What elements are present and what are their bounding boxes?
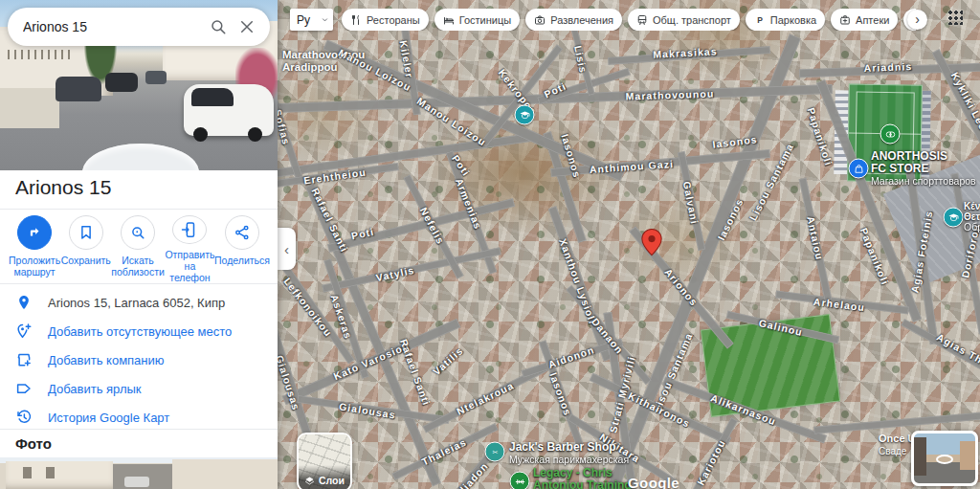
chip-parking[interactable]: PПарковка (746, 9, 825, 31)
detail-history[interactable]: История Google Карт (0, 403, 278, 432)
photo-building (6, 461, 113, 489)
category-chips: РестораныГостиницыРазвлеченияОбщ. трансп… (342, 9, 916, 31)
chip-transit[interactable]: Общ. транспорт (628, 9, 740, 31)
destination-marker[interactable] (641, 228, 662, 260)
detail-add-business[interactable]: Добавить компанию (0, 345, 278, 374)
search-input[interactable] (21, 18, 199, 35)
chip-pharmacy[interactable]: Аптеки (831, 9, 898, 31)
street-label: Ariadnis (863, 60, 912, 74)
poi-label[interactable]: ΚένΘετОбр (964, 201, 980, 233)
parking-icon: P (754, 14, 766, 26)
place-icon (15, 294, 33, 311)
chip-attractions[interactable]: Развлечения (525, 9, 622, 31)
add-label-icon (15, 380, 33, 397)
history-icon (15, 409, 33, 426)
poi-label[interactable]: Legacy - ChrisAntoniou Training (533, 467, 632, 489)
action-buttons: Проложить маршрутСохранитьИскать поблизо… (0, 209, 278, 283)
thumb-building (960, 441, 975, 470)
photo-parked-car (56, 77, 101, 101)
poi-school[interactable] (515, 105, 535, 125)
photo-window (23, 467, 32, 478)
poi-label[interactable]: ANORTHOSISFC STOREМагазин спорттоваров (871, 150, 976, 188)
action-send-phone[interactable]: Отправить на телефон (165, 215, 215, 283)
poi-store[interactable] (849, 159, 869, 179)
car-wheel (248, 127, 262, 142)
chevron-down-icon[interactable] (317, 9, 333, 31)
photo-white-car (184, 84, 274, 136)
photo-car (124, 477, 149, 487)
apps-grid-icon[interactable] (947, 9, 963, 25)
layers-button[interactable]: Слои (297, 433, 352, 489)
add-business-icon (15, 351, 33, 368)
photo-building (172, 459, 278, 489)
close-icon[interactable] (237, 17, 256, 36)
car-window (191, 88, 234, 106)
add-place-icon (15, 322, 33, 340)
poi-scissors[interactable]: ✂ (485, 442, 505, 462)
detail-place[interactable]: Arionos 15, Larnaca 6052, Кипр (0, 288, 278, 317)
google-maps-app: SofiasManou LoizouManou LoizouKilelerEre… (0, 0, 980, 489)
detail-list: Arionos 15, Larnaca 6052, КипрДобавить о… (0, 283, 278, 432)
detail-add-label[interactable]: Добавить ярлык (0, 374, 278, 403)
photo-parked-car (105, 73, 138, 92)
language-selector: Ру (290, 9, 333, 31)
bottom-right-place-label: Once U Сваде (879, 433, 916, 457)
pharmacy-icon (839, 14, 851, 26)
page-title: Arionos 15 (15, 176, 111, 199)
detail-add-place[interactable]: Добавить отсутствующее место (0, 317, 278, 345)
car-wheel (193, 127, 208, 142)
map-canvas[interactable]: SofiasManou LoizouManou LoizouKilelerEre… (278, 0, 980, 489)
hotel-icon (443, 14, 455, 26)
photos-heading: Фото (15, 435, 52, 452)
action-nearby[interactable]: Искать поблизости (111, 215, 165, 283)
poi-school[interactable] (944, 208, 964, 228)
transit-icon (636, 14, 648, 26)
action-directions[interactable]: Проложить маршрут (9, 215, 60, 283)
poi-label[interactable]: Jack's Barber ShopМужская парикмахерская (509, 441, 629, 466)
chip-restaurant[interactable]: Рестораны (342, 9, 429, 31)
photo-railing (8, 50, 75, 59)
poi-gym[interactable] (510, 472, 530, 489)
photos-thumbnail[interactable] (0, 457, 278, 489)
place-panel: Arionos 15 Проложить маршрутСохранитьИск… (0, 0, 278, 489)
photo-parked-car (145, 71, 167, 84)
thumb-building (914, 437, 926, 476)
action-bookmark[interactable]: Сохранить (60, 215, 111, 283)
svg-text:✂: ✂ (492, 448, 498, 455)
photo-wall (0, 88, 59, 128)
more-categories-button[interactable]: › (907, 10, 927, 30)
svg-text:P: P (757, 14, 763, 24)
photo-window (46, 467, 55, 478)
divider (0, 429, 278, 430)
layers-icon (304, 476, 315, 486)
chip-hotel[interactable]: Гостиницы (434, 9, 520, 31)
streetview-loop-icon (936, 455, 953, 464)
camera-car-hood (82, 144, 199, 170)
poi-stadium[interactable] (880, 124, 901, 144)
layers-caption: Слои (299, 465, 350, 489)
collapse-sidebar-button[interactable]: ‹ (278, 228, 296, 270)
streetview-thumbnail[interactable] (911, 431, 978, 486)
language-button[interactable]: Ру (290, 9, 317, 31)
search-icon[interactable] (209, 17, 228, 36)
google-logo: Google (628, 475, 679, 489)
restaurant-icon (350, 14, 362, 26)
search-bar (8, 8, 270, 46)
action-share[interactable]: Поделиться (215, 215, 269, 283)
attractions-icon (534, 14, 546, 26)
